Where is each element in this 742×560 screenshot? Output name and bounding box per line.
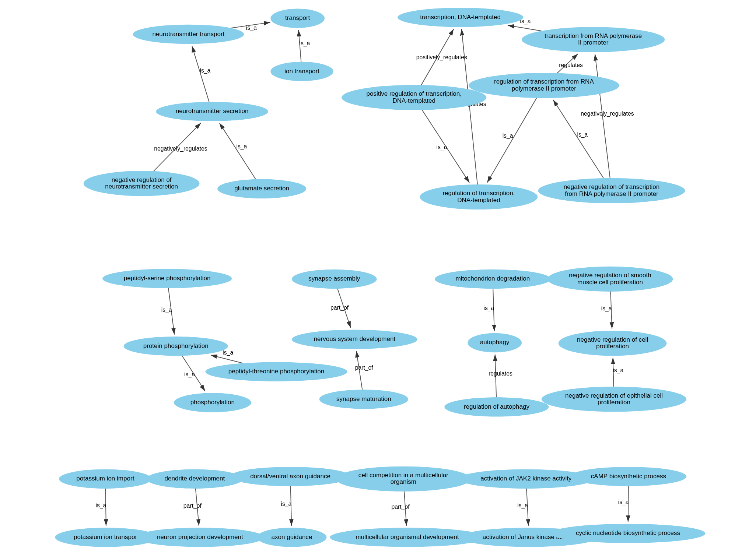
edge-reg_trans_dna-transcription_dna: regulates [462, 29, 486, 184]
node-label: transcription from RNA polymerase [545, 32, 642, 39]
node-synapse_maturation[interactable]: synapse maturation [319, 390, 408, 409]
node-transcription_polii[interactable]: transcription from RNA polymeraseII prom… [522, 27, 665, 52]
edge-label: is_a [601, 305, 612, 312]
edge-label: is_a [613, 367, 623, 374]
node-neg_reg_neuro_sec[interactable]: negative regulation ofneurotransmitter s… [84, 171, 200, 196]
node-label: neurotransmitter secretion [176, 108, 249, 115]
node-synapse_assembly[interactable]: synapse assembly [292, 270, 377, 289]
edge-label: is_a [437, 144, 447, 151]
node-label: cAMP biosynthetic process [591, 473, 666, 480]
edge-neg_reg_trans_polii-transcription_polii: negatively_regulates [581, 54, 634, 178]
node-transcription_dna[interactable]: transcription, DNA-templated [398, 8, 523, 27]
node-protein_phos[interactable]: protein phosphorylation [124, 337, 228, 356]
node-label: ion transport [284, 68, 319, 75]
node-neuron_proj_dev[interactable]: neuron projection development [136, 528, 264, 547]
node-axon_guidance[interactable]: axon guidance [257, 528, 327, 547]
edge-label: is_a [503, 133, 513, 139]
edge-label: is_a [96, 502, 106, 509]
edge-label: is_a [236, 143, 247, 150]
node-ion_transport[interactable]: ion transport [270, 62, 333, 81]
edge-label: part_of [392, 504, 410, 510]
node-label: neurotransmitter secretion [105, 183, 178, 190]
edge-label: is_a [618, 499, 629, 506]
node-label: dorsal/ventral axon guidance [250, 473, 330, 480]
node-phosphorylation[interactable]: phosphorylation [174, 393, 251, 412]
edge-neg_reg_neuro_sec-neurotransmitter_secretion: negatively_regulates [154, 123, 207, 171]
node-transport[interactable]: transport [270, 9, 325, 28]
edge-label: is_a [281, 501, 291, 507]
svg-line-5 [508, 25, 542, 31]
node-autophagy[interactable]: autophagy [468, 333, 522, 352]
node-peptidyl_serine[interactable]: peptidyl-serine phosphorylation [102, 269, 232, 288]
node-label: synapse assembly [308, 275, 360, 282]
node-camp_bio[interactable]: cAMP biosynthetic process [571, 467, 687, 486]
node-label: muscle cell proliferation [577, 279, 643, 286]
edge-potassium_import-potassium_transport: is_a [96, 489, 106, 526]
edge-dendrite_dev-neuron_proj_dev: part_of [183, 489, 202, 526]
node-neg_reg_epith[interactable]: negative regulation of epithelial cellpr… [542, 387, 686, 412]
node-mito_degradation[interactable]: mitochondrion degradation [435, 270, 551, 289]
node-glutamate_secretion[interactable]: glutamate secretion [217, 179, 306, 198]
edge-cell_comp-multi_org_dev: part_of [392, 492, 410, 526]
node-label: axon guidance [272, 533, 312, 540]
node-label: from RNA polymerase II promoter [565, 190, 658, 197]
node-label: cell competition in a multicellular [358, 472, 449, 479]
ontology-graph: is_ais_ais_anegatively_regulatesis_ais_a… [0, 0, 742, 560]
node-reg_autophagy[interactable]: regulation of autophagy [444, 397, 549, 416]
node-neg_reg_cell_prolif[interactable]: negative regulation of cellproliferation [559, 331, 667, 356]
node-label: negative regulation of cell [577, 336, 648, 343]
edge-label: regulates [559, 62, 583, 68]
edge-neg_reg_smooth-neg_reg_cell_prolif: is_a [601, 292, 612, 329]
edge-label: is_a [299, 40, 310, 47]
node-label: peptidyl-threonine phosphorylation [228, 368, 324, 375]
node-label: activation of JAK2 kinase activity [480, 475, 572, 482]
node-pos_reg_trans_dna[interactable]: positive regulation of transcription,DNA… [342, 85, 486, 110]
node-nervous_sys_dev[interactable]: nervous system development [292, 330, 417, 349]
edge-act_jak2-act_janus: is_a [517, 489, 528, 526]
node-dv_axon_guidance[interactable]: dorsal/ventral axon guidance [230, 467, 351, 486]
node-label: glutamate secretion [234, 185, 289, 192]
node-label: dendrite development [165, 475, 225, 482]
node-peptidyl_threonine[interactable]: peptidyl-threonine phosphorylation [205, 362, 347, 381]
edge-label: is_a [184, 371, 195, 378]
node-neurotransmitter_transport[interactable]: neurotransmitter transport [133, 25, 244, 44]
edge-label: negatively_regulates [581, 110, 634, 117]
edge-label: regulates [489, 370, 512, 377]
node-label: proliferation [596, 343, 629, 350]
node-reg_trans_dna[interactable]: regulation of transcription,DNA-template… [420, 184, 538, 209]
edge-label: part_of [355, 364, 374, 371]
node-label: DNA-templated [392, 97, 435, 104]
edge-label: is_a [246, 25, 257, 31]
node-label: mitochondrion degradation [456, 275, 530, 282]
node-label: II promoter [578, 39, 609, 46]
node-cyclic_nuc_bio[interactable]: cyclic nucleotide biosynthetic process [551, 524, 706, 543]
node-label: potassium ion import [76, 475, 134, 482]
node-label: nervous system development [314, 335, 396, 342]
node-reg_trans_polii[interactable]: regulation of transcription from RNApoly… [469, 73, 619, 98]
edge-label: is_a [200, 67, 210, 74]
edge-synapse_assembly-nervous_sys_dev: part_of [330, 289, 351, 328]
node-potassium_import[interactable]: potassium ion import [59, 469, 152, 488]
edge-protein_phos-phosphorylation: is_a [182, 356, 205, 391]
node-neg_reg_trans_polii[interactable]: negative regulation of transcriptionfrom… [538, 178, 685, 203]
node-dendrite_dev[interactable]: dendrite development [146, 469, 243, 488]
svg-line-2 [192, 46, 209, 102]
edge-pos_reg_trans_dna-reg_trans_dna: is_a [422, 110, 469, 183]
node-label: transcription, DNA-templated [420, 14, 501, 21]
node-label: proliferation [598, 399, 630, 406]
node-label: negative regulation of smooth [569, 272, 651, 279]
edge-neurotransmitter_secretion-neurotransmitter_transport: is_a [192, 46, 211, 102]
edge-pos_reg_trans_dna-transcription_dna: positively_regulates [416, 29, 467, 85]
edge-label: part_of [330, 304, 349, 311]
node-neurotransmitter_secretion[interactable]: neurotransmitter secretion [156, 102, 268, 121]
node-cell_comp[interactable]: cell competition in a multicellularorgan… [336, 466, 471, 492]
svg-line-14 [211, 355, 243, 363]
edge-glutamate_secretion-neurotransmitter_secretion: is_a [220, 123, 256, 179]
edge-label: part_of [183, 503, 202, 509]
node-neg_reg_smooth[interactable]: negative regulation of smoothmuscle cell… [547, 267, 673, 292]
edge-reg_trans_polii-reg_trans_dna: is_a [487, 98, 536, 183]
node-label: cyclic nucleotide biosynthetic process [576, 529, 680, 536]
edge-mito_degradation-autophagy: is_a [483, 289, 494, 331]
node-label: positive regulation of transcription, [366, 90, 461, 97]
svg-line-4 [220, 123, 256, 179]
